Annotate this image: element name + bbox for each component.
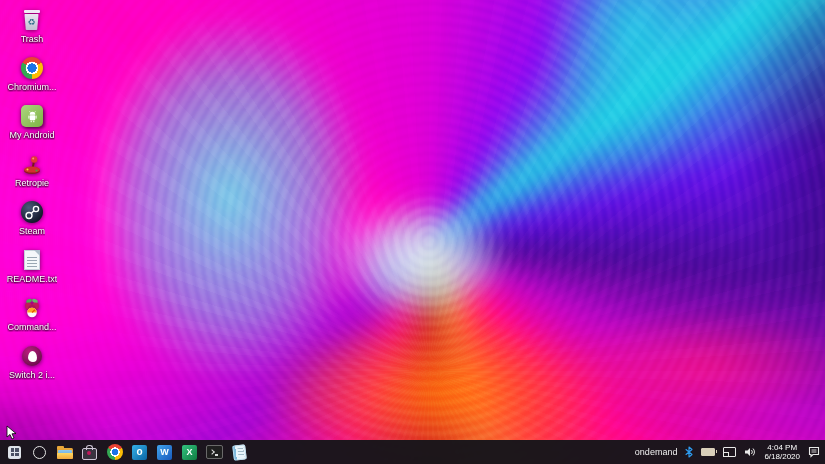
chrome-button[interactable] <box>102 440 127 464</box>
text-file-icon <box>20 248 44 272</box>
bluetooth-icon[interactable] <box>685 446 693 458</box>
network-icon[interactable] <box>723 447 736 457</box>
word-button[interactable]: W <box>152 440 177 464</box>
word-icon: W <box>157 445 172 460</box>
steam-icon <box>20 200 44 224</box>
desktop-icon-readme[interactable]: README.txt <box>0 246 64 294</box>
desktop-icon-steam[interactable]: Steam <box>0 198 64 246</box>
tray-status-label: ondemand <box>635 447 678 457</box>
desktop-icon-label: README.txt <box>7 274 58 284</box>
raspberry-pi-gauge-icon <box>20 296 44 320</box>
system-tray: ondemand 4:04 PM 6/18/2020 <box>635 440 825 464</box>
desktop-icon-trash[interactable]: ♻ Trash <box>0 6 64 54</box>
desktop: ♻ Trash Chromium... <box>0 0 825 464</box>
search-icon <box>33 446 46 459</box>
desktop-icon-my-android[interactable]: My Android <box>0 102 64 150</box>
clock-time: 4:04 PM <box>764 443 800 453</box>
file-explorer-button[interactable] <box>52 440 77 464</box>
desktop-icon-label: Chromium... <box>7 82 56 92</box>
clock-date: 6/18/2020 <box>764 452 800 462</box>
excel-button[interactable]: X <box>177 440 202 464</box>
desktop-icon-column: ♻ Trash Chromium... <box>0 6 64 390</box>
search-button[interactable] <box>27 440 52 464</box>
switch-app-icon <box>20 344 44 368</box>
desktop-icon-label: My Android <box>9 130 54 140</box>
store-button[interactable] <box>77 440 102 464</box>
wallpaper-swirl-rays <box>0 0 825 464</box>
chromium-icon <box>20 56 44 80</box>
desktop-icon-label: Command... <box>7 322 56 332</box>
desktop-icon-command[interactable]: Command... <box>0 294 64 342</box>
notepad-button[interactable] <box>227 440 252 464</box>
desktop-icon-label: Steam <box>19 226 45 236</box>
desktop-icon-label: Retropie <box>15 178 49 188</box>
volume-icon[interactable] <box>744 447 756 457</box>
outlook-button[interactable]: o <box>127 440 152 464</box>
desktop-icon-chromium[interactable]: Chromium... <box>0 54 64 102</box>
action-center-icon[interactable] <box>808 446 820 458</box>
excel-icon: X <box>182 445 197 460</box>
terminal-icon <box>206 445 223 459</box>
retropie-joystick-icon <box>20 152 44 176</box>
desktop-icon-retropie[interactable]: Retropie <box>0 150 64 198</box>
desktop-icon-label: Switch 2 i... <box>9 370 55 380</box>
recycle-glyph: ♻ <box>27 18 35 27</box>
trash-icon: ♻ <box>20 8 44 32</box>
clock[interactable]: 4:04 PM 6/18/2020 <box>764 443 800 462</box>
notepad-icon <box>232 444 247 460</box>
shopping-bag-icon <box>82 448 97 460</box>
taskbar-app-buttons: o W X <box>0 440 252 464</box>
mouse-cursor <box>6 425 18 445</box>
taskbar: o W X ondemand <box>0 440 825 464</box>
battery-icon[interactable] <box>701 448 715 456</box>
terminal-button[interactable] <box>202 440 227 464</box>
windows-start-icon <box>8 446 21 459</box>
outlook-icon: o <box>132 445 147 460</box>
desktop-icon-switch2[interactable]: Switch 2 i... <box>0 342 64 390</box>
android-icon <box>20 104 44 128</box>
chrome-icon <box>107 444 123 460</box>
folder-icon <box>57 448 73 459</box>
desktop-icon-label: Trash <box>21 34 44 44</box>
